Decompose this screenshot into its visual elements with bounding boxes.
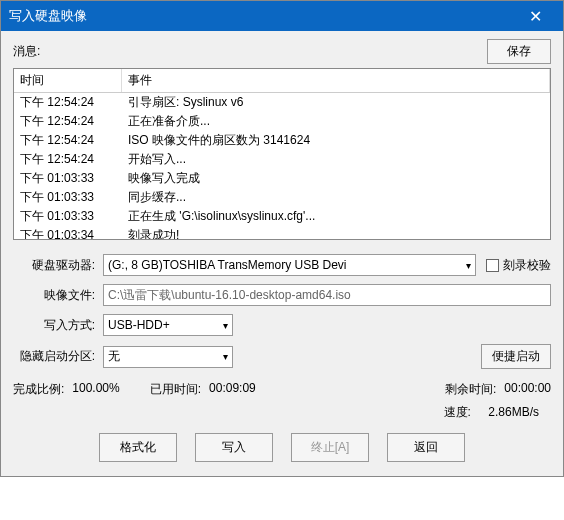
status-row: 完成比例: 100.00% 已用时间: 00:09:09 剩余时间: 00:00… (13, 381, 551, 398)
save-button[interactable]: 保存 (487, 39, 551, 64)
button-row: 格式化 写入 终止[A] 返回 (13, 433, 551, 462)
hide-partition-select[interactable]: 无 ▾ (103, 346, 233, 368)
log-event: 开始写入... (122, 151, 550, 168)
drive-select[interactable]: (G:, 8 GB)TOSHIBA TransMemory USB Devi ▾ (103, 254, 476, 276)
log-row[interactable]: 下午 12:54:24开始写入... (14, 150, 550, 169)
image-path-field[interactable]: C:\迅雷下载\ubuntu-16.10-desktop-amd64.iso (103, 284, 551, 306)
write-method-label: 写入方式: (13, 317, 103, 334)
log-listview[interactable]: 时间 事件 下午 12:54:24引导扇区: Syslinux v6下午 12:… (13, 68, 551, 240)
dialog-window: 写入硬盘映像 ✕ 消息: 保存 时间 事件 下午 12:54:24引导扇区: S… (0, 0, 564, 477)
quick-boot-button[interactable]: 便捷启动 (481, 344, 551, 369)
remain-value: 00:00:00 (504, 381, 551, 398)
log-row[interactable]: 下午 12:54:24ISO 映像文件的扇区数为 3141624 (14, 131, 550, 150)
window-title: 写入硬盘映像 (9, 7, 515, 25)
log-row[interactable]: 下午 12:54:24引导扇区: Syslinux v6 (14, 93, 550, 112)
done-value: 100.00% (72, 381, 119, 398)
log-event: ISO 映像文件的扇区数为 3141624 (122, 132, 550, 149)
image-path-value: C:\迅雷下载\ubuntu-16.10-desktop-amd64.iso (108, 287, 351, 304)
abort-button: 终止[A] (291, 433, 369, 462)
drive-label: 硬盘驱动器: (13, 257, 103, 274)
done-label: 完成比例: (13, 381, 64, 398)
log-row[interactable]: 下午 01:03:34刻录成功! (14, 226, 550, 240)
speed-value: 2.86MB/s (488, 405, 539, 419)
back-button[interactable]: 返回 (387, 433, 465, 462)
log-time: 下午 01:03:33 (14, 189, 122, 206)
log-event: 同步缓存... (122, 189, 550, 206)
image-label: 映像文件: (13, 287, 103, 304)
message-label: 消息: (13, 43, 487, 60)
dropdown-arrow-icon: ▾ (223, 351, 228, 362)
log-time: 下午 01:03:34 (14, 227, 122, 240)
log-time: 下午 01:03:33 (14, 208, 122, 225)
write-method-value: USB-HDD+ (108, 318, 170, 332)
log-time: 下午 12:54:24 (14, 151, 122, 168)
titlebar: 写入硬盘映像 ✕ (1, 1, 563, 31)
hide-partition-label: 隐藏启动分区: (13, 348, 103, 365)
log-row[interactable]: 下午 01:03:33映像写入完成 (14, 169, 550, 188)
log-time: 下午 12:54:24 (14, 113, 122, 130)
speed-label: 速度: (444, 405, 471, 419)
verify-label: 刻录校验 (503, 257, 551, 274)
verify-checkbox[interactable]: 刻录校验 (486, 257, 551, 274)
content-area: 消息: 保存 时间 事件 下午 12:54:24引导扇区: Syslinux v… (1, 31, 563, 476)
log-event: 映像写入完成 (122, 170, 550, 187)
col-event-header[interactable]: 事件 (122, 69, 550, 92)
log-row[interactable]: 下午 01:03:33同步缓存... (14, 188, 550, 207)
hide-partition-value: 无 (108, 348, 120, 365)
col-time-header[interactable]: 时间 (14, 69, 122, 92)
log-event: 正在准备介质... (122, 113, 550, 130)
log-time: 下午 12:54:24 (14, 132, 122, 149)
drive-value: (G:, 8 GB)TOSHIBA TransMemory USB Devi (108, 258, 347, 272)
log-time: 下午 01:03:33 (14, 170, 122, 187)
log-event: 刻录成功! (122, 227, 550, 240)
log-time: 下午 12:54:24 (14, 94, 122, 111)
checkbox-icon (486, 259, 499, 272)
log-event: 正在生成 'G:\isolinux\syslinux.cfg'... (122, 208, 550, 225)
format-button[interactable]: 格式化 (99, 433, 177, 462)
write-button[interactable]: 写入 (195, 433, 273, 462)
log-header: 时间 事件 (14, 69, 550, 93)
dropdown-arrow-icon: ▾ (466, 260, 471, 271)
log-event: 引导扇区: Syslinux v6 (122, 94, 550, 111)
log-row[interactable]: 下午 12:54:24正在准备介质... (14, 112, 550, 131)
close-icon[interactable]: ✕ (515, 1, 555, 31)
elapsed-label: 已用时间: (150, 381, 201, 398)
speed-row: 速度: 2.86MB/s (13, 404, 539, 421)
write-method-select[interactable]: USB-HDD+ ▾ (103, 314, 233, 336)
elapsed-value: 00:09:09 (209, 381, 256, 398)
log-row[interactable]: 下午 01:03:33正在生成 'G:\isolinux\syslinux.cf… (14, 207, 550, 226)
dropdown-arrow-icon: ▾ (223, 320, 228, 331)
remain-label: 剩余时间: (445, 381, 496, 398)
